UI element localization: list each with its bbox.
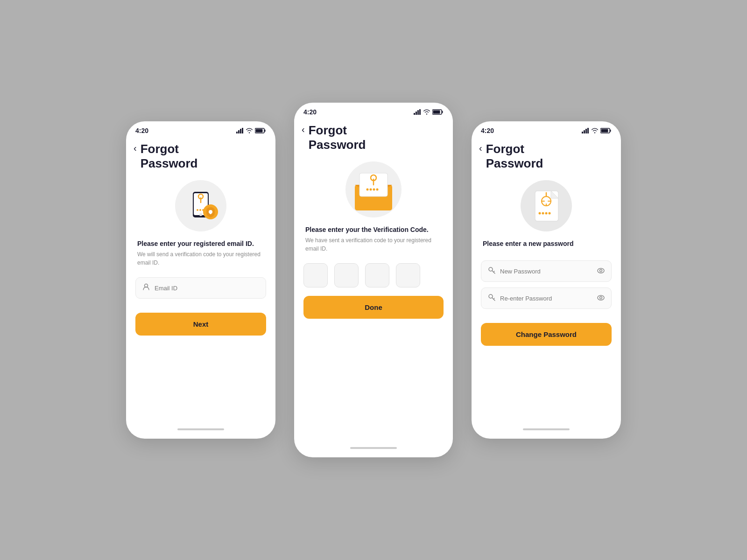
signal-icon-1: [236, 128, 244, 133]
svg-rect-38: [601, 129, 608, 133]
svg-rect-34: [584, 130, 585, 133]
header-nav-3: ‹ Forgot Password: [472, 137, 621, 171]
status-icons-2: [414, 109, 444, 115]
home-indicator-2: [294, 443, 453, 453]
title-line2-2: Password: [309, 138, 366, 152]
battery-icon-2: [432, 109, 444, 115]
back-button-3[interactable]: ‹: [479, 143, 482, 154]
signal-icon-2: [414, 109, 421, 115]
description-section-1: Please enter your registered email ID. W…: [126, 236, 275, 273]
svg-rect-17: [210, 212, 211, 214]
svg-point-29: [366, 189, 369, 191]
back-button-1[interactable]: ‹: [134, 143, 137, 154]
new-password-field[interactable]: [500, 268, 597, 275]
battery-icon-1: [255, 128, 266, 133]
time-2: 4:20: [303, 108, 317, 116]
svg-rect-5: [256, 129, 263, 133]
svg-rect-33: [582, 132, 583, 133]
confirm-password-field[interactable]: [500, 295, 597, 302]
email-field[interactable]: [155, 285, 259, 292]
key-icon-2: [488, 294, 495, 303]
key-doc-icon: [527, 186, 566, 226]
eye-icon-2[interactable]: [597, 294, 605, 302]
eye-icon-1[interactable]: [597, 267, 605, 275]
status-bar-3: 4:20: [472, 121, 621, 137]
input-section-3: [472, 256, 621, 319]
title-line2-3: Password: [486, 156, 543, 171]
phone-screen-3: 4:20: [472, 121, 621, 439]
svg-rect-20: [416, 112, 417, 115]
svg-rect-3: [242, 128, 243, 133]
key-doc-circle: [521, 180, 572, 231]
svg-point-10: [197, 209, 198, 211]
title-line1-2: Forgot: [309, 123, 366, 138]
change-password-button[interactable]: Change Password: [481, 323, 612, 346]
person-icon: [142, 283, 150, 293]
wifi-icon-3: [591, 128, 599, 133]
illustration-2: [294, 152, 453, 222]
envelope-circle: [345, 161, 402, 217]
svg-point-48: [548, 212, 550, 214]
svg-rect-36: [587, 128, 589, 133]
page-title-1: Forgot Password: [141, 142, 198, 171]
svg-point-32: [376, 189, 379, 191]
illustration-1: [126, 171, 275, 236]
status-bar-1: 4:20: [126, 121, 275, 137]
title-line1-3: Forgot: [486, 142, 543, 156]
desc-title-3: Please enter a new password: [483, 240, 610, 247]
home-bar-3: [523, 428, 570, 430]
svg-rect-19: [414, 113, 415, 115]
home-indicator-1: [126, 425, 275, 434]
svg-point-58: [600, 297, 602, 299]
page-title-2: Forgot Password: [309, 123, 366, 152]
home-bar-1: [177, 428, 224, 430]
svg-rect-21: [417, 110, 419, 115]
next-button[interactable]: Next: [135, 313, 266, 336]
status-bar-2: 4:20: [294, 103, 453, 119]
title-line1-1: Forgot: [141, 142, 198, 156]
screens-container: 4:20: [107, 84, 640, 476]
back-button-2[interactable]: ‹: [302, 124, 305, 135]
svg-point-57: [598, 295, 604, 300]
status-icons-3: [582, 128, 612, 133]
phone-screen-1: 4:20: [126, 121, 275, 439]
svg-rect-1: [238, 130, 240, 133]
phone-key-icon: [180, 185, 222, 227]
desc-text-1: We will send a verification code to your…: [137, 250, 264, 267]
envelope-key-icon: [350, 168, 397, 210]
otp-section: [294, 259, 453, 292]
svg-line-56: [493, 298, 494, 299]
svg-rect-22: [419, 109, 421, 115]
svg-rect-2: [240, 129, 241, 133]
svg-point-45: [538, 212, 541, 214]
title-line2-1: Password: [141, 156, 198, 171]
description-section-3: Please enter a new password: [472, 236, 621, 256]
home-indicator-3: [472, 425, 621, 434]
header-nav-1: ‹ Forgot Password: [126, 137, 275, 171]
otp-box-3[interactable]: [365, 263, 389, 287]
svg-rect-24: [433, 111, 440, 114]
svg-point-11: [199, 209, 201, 211]
svg-point-31: [373, 189, 375, 191]
svg-rect-0: [236, 132, 238, 133]
email-input-wrapper[interactable]: [135, 277, 266, 299]
time-3: 4:20: [481, 127, 494, 134]
svg-line-51: [493, 271, 494, 272]
confirm-password-wrapper[interactable]: [481, 287, 612, 309]
page-title-3: Forgot Password: [486, 142, 543, 171]
status-icons-1: [236, 128, 266, 133]
desc-title-1: Please enter your registered email ID.: [137, 240, 264, 247]
phone-screen-2: 4:20: [294, 103, 453, 457]
svg-point-47: [545, 212, 547, 214]
done-button[interactable]: Done: [303, 296, 444, 319]
otp-box-2[interactable]: [334, 263, 359, 287]
header-nav-2: ‹ Forgot Password: [294, 119, 453, 152]
description-section-2: Please enter your the Verification Code.…: [294, 222, 453, 259]
battery-icon-3: [600, 128, 612, 133]
input-section-1: [126, 273, 275, 309]
svg-point-14: [199, 213, 202, 216]
svg-point-46: [542, 212, 544, 214]
otp-box-1[interactable]: [303, 263, 328, 287]
otp-box-4[interactable]: [396, 263, 420, 287]
new-password-wrapper[interactable]: [481, 260, 612, 282]
